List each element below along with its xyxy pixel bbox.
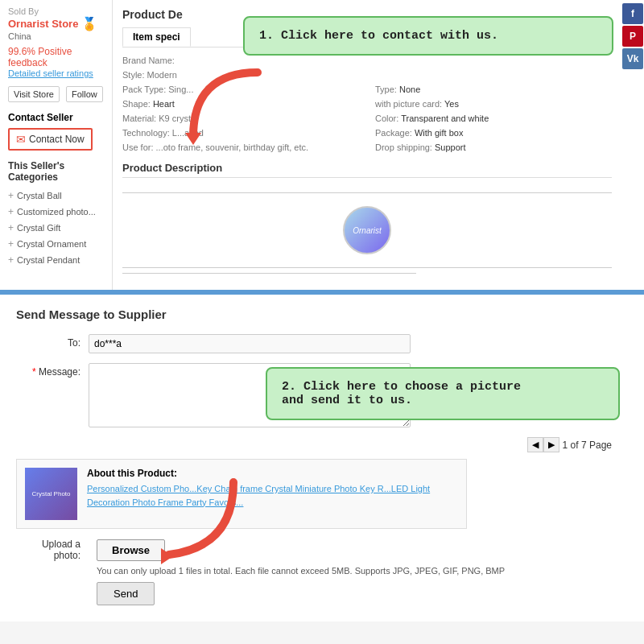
plus-icon: + [8,238,14,250]
specs-grid: Brand Name: Style: Modern Pack Type: Sin… [122,54,612,154]
facebook-button[interactable]: f [622,3,643,24]
spec-row: Material: K9 cryst... [122,112,359,125]
detailed-ratings-link[interactable]: Detailed seller ratings [8,68,104,78]
upload-label: Upload a photo: [16,539,89,561]
plus-icon: + [8,254,14,266]
top-section: Sold By Ornarist Store 🏅 China 99.6% Pos… [0,0,644,292]
plus-icon: + [8,190,14,201]
list-item[interactable]: + Crystal Pendant [8,252,104,268]
spec-row: Brand Name: [122,54,359,67]
list-item[interactable]: + Crystal Ball [8,188,104,204]
product-desc-title: Product Description [122,162,612,178]
spec-row [375,54,612,67]
spec-row: Shape: Heart [122,97,359,110]
pinterest-button[interactable]: P [622,26,643,47]
envelope-icon: ✉ [16,133,26,146]
main-product-area: 1. Click here to contact with us. Produc… [113,0,621,290]
spec-row: with picture card: Yes [375,97,612,110]
to-field-row: To: [16,334,628,353]
spec-row: Pack Type: Sing... [122,83,359,96]
follow-button[interactable]: Follow [66,86,103,102]
product-preview-text: About this Product: Personalized Custom … [87,468,458,509]
plus-icon: + [8,222,14,233]
store-name: Ornarist Store 🏅 [8,16,104,31]
vk-button[interactable]: Vk [622,48,643,69]
pagination-area: ◀ ▶ 1 of 7 Page [16,437,628,452]
sidebar: Sold By Ornarist Store 🏅 China 99.6% Pos… [0,0,113,290]
visit-store-button[interactable]: Visit Store [8,86,60,102]
social-bar: f P Vk [621,0,644,290]
plus-icon: + [8,206,14,217]
brand-logo: Ornarist [343,206,391,254]
page-info: 1 of 7 Page [563,440,612,451]
spec-row: Color: Transparent and white [375,112,612,125]
list-item[interactable]: + Crystal Ornament [8,236,104,252]
upload-hint: You can only upload 1 files in total. Ea… [97,566,628,576]
list-item[interactable]: + Crystal Gift [8,220,104,236]
next-page-button[interactable]: ▶ [543,437,559,452]
message-label: Message: [16,363,89,378]
tooltip-2: 2. Click here to choose a picture and se… [266,367,620,420]
spec-row [375,68,612,81]
product-preview-card: Crystal Photo About this Product: Person… [16,459,467,529]
send-message-title: Send Message to Supplier [16,308,628,321]
decorative-line [122,273,416,274]
medal-icon: 🏅 [81,16,97,31]
bottom-section: Send Message to Supplier To: Message: 2.… [0,292,644,621]
product-about-title: About this Product: [87,468,458,479]
contact-now-button[interactable]: ✉ Contact Now [8,128,93,151]
send-button[interactable]: Send [97,582,155,605]
store-country: China [8,31,104,41]
decorative-line [122,267,612,268]
spec-row: Technology: L...aved [122,126,359,139]
categories-title: This Seller's Categories [8,160,104,183]
spec-row: Drop shipping: Support [375,141,612,154]
product-link[interactable]: Personalized Custom Pho...Key Chain fram… [87,482,458,509]
contact-seller-label: Contact Seller [8,112,104,123]
to-input[interactable] [89,334,411,353]
feedback-rate: 99.6% Positive feedback [8,46,104,68]
store-actions: Visit Store Follow [8,86,104,102]
upload-row: Upload a photo: Browse [16,539,628,561]
tab-item-specs[interactable]: Item speci [122,27,191,47]
spec-row: Package: With gift box [375,126,612,139]
tooltip-1: 1. Click here to contact with us. [243,16,613,56]
decorative-line [122,192,612,193]
prev-page-button[interactable]: ◀ [527,437,543,452]
to-label: To: [16,334,89,349]
desc-lines: Ornarist [122,184,612,282]
spec-row: Type: None [375,83,612,96]
browse-button[interactable]: Browse [97,539,165,561]
sold-by-label: Sold By [8,6,104,16]
list-item[interactable]: + Customized photo... [8,204,104,220]
spec-row: Use for: ...oto frame, souvenir, birthda… [122,141,359,154]
spec-row: Style: Modern [122,68,359,81]
product-thumbnail: Crystal Photo [25,468,77,520]
